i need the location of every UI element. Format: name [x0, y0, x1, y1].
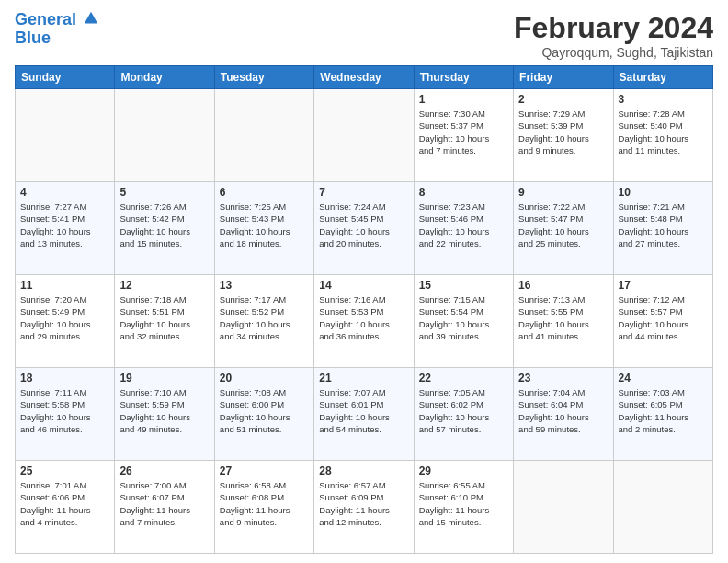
calendar-cell [613, 461, 712, 554]
calendar-cell: 27Sunrise: 6:58 AMSunset: 6:08 PMDayligh… [214, 461, 313, 554]
month-title: February 2024 [514, 11, 713, 45]
day-info: Sunrise: 7:16 AMSunset: 5:53 PMDaylight:… [319, 293, 408, 342]
day-info: Sunrise: 6:55 AMSunset: 6:10 PMDaylight:… [419, 479, 508, 528]
calendar-cell: 14Sunrise: 7:16 AMSunset: 5:53 PMDayligh… [314, 275, 414, 368]
calendar-cell [214, 89, 313, 182]
week-row: 25Sunrise: 7:01 AMSunset: 6:06 PMDayligh… [16, 461, 713, 554]
weekday-header: SundayMondayTuesdayWednesdayThursdayFrid… [16, 66, 713, 89]
page: General Blue February 2024 Qayroqqum, Su… [0, 0, 728, 563]
weekday-monday: Monday [115, 66, 214, 89]
day-number: 12 [119, 279, 209, 292]
day-number: 29 [419, 465, 508, 477]
day-number: 24 [619, 372, 708, 385]
calendar-body: 1Sunrise: 7:30 AMSunset: 5:37 PMDaylight… [16, 89, 713, 554]
weekday-thursday: Thursday [414, 66, 513, 89]
calendar-cell: 6Sunrise: 7:25 AMSunset: 5:43 PMDaylight… [214, 182, 313, 275]
day-number: 19 [119, 372, 209, 385]
day-info: Sunrise: 7:26 AMSunset: 5:42 PMDaylight:… [119, 201, 209, 249]
calendar-cell [514, 461, 613, 554]
day-info: Sunrise: 7:03 AMSunset: 6:05 PMDaylight:… [619, 386, 708, 435]
day-info: Sunrise: 7:10 AMSunset: 5:59 PMDaylight:… [119, 386, 209, 435]
header: General Blue February 2024 Qayroqqum, Su… [15, 11, 713, 60]
weekday-saturday: Saturday [613, 66, 712, 89]
day-info: Sunrise: 7:00 AMSunset: 6:07 PMDaylight:… [119, 479, 209, 528]
weekday-wednesday: Wednesday [314, 66, 414, 89]
day-info: Sunrise: 7:15 AMSunset: 5:54 PMDaylight:… [419, 293, 508, 342]
week-row: 11Sunrise: 7:20 AMSunset: 5:49 PMDayligh… [16, 275, 713, 368]
day-number: 5 [119, 186, 209, 199]
calendar-cell: 29Sunrise: 6:55 AMSunset: 6:10 PMDayligh… [414, 461, 513, 554]
day-number: 15 [419, 279, 508, 292]
calendar-cell: 25Sunrise: 7:01 AMSunset: 6:06 PMDayligh… [16, 461, 115, 554]
day-number: 16 [518, 279, 608, 292]
day-info: Sunrise: 7:22 AMSunset: 5:47 PMDaylight:… [518, 201, 608, 249]
calendar-cell: 8Sunrise: 7:23 AMSunset: 5:46 PMDaylight… [414, 182, 513, 275]
day-info: Sunrise: 7:12 AMSunset: 5:57 PMDaylight:… [619, 293, 708, 342]
day-info: Sunrise: 7:20 AMSunset: 5:49 PMDaylight:… [20, 293, 109, 342]
weekday-tuesday: Tuesday [214, 66, 313, 89]
week-row: 4Sunrise: 7:27 AMSunset: 5:41 PMDaylight… [16, 182, 713, 275]
title-section: February 2024 Qayroqqum, Sughd, Tajikist… [514, 11, 713, 60]
logo-text: General Blue [15, 11, 99, 48]
day-info: Sunrise: 6:57 AMSunset: 6:09 PMDaylight:… [319, 479, 408, 528]
day-info: Sunrise: 7:05 AMSunset: 6:02 PMDaylight:… [419, 386, 508, 435]
calendar-cell: 5Sunrise: 7:26 AMSunset: 5:42 PMDaylight… [115, 182, 214, 275]
day-info: Sunrise: 7:30 AMSunset: 5:37 PMDaylight:… [419, 108, 508, 156]
day-info: Sunrise: 7:23 AMSunset: 5:46 PMDaylight:… [419, 201, 508, 249]
calendar-cell: 21Sunrise: 7:07 AMSunset: 6:01 PMDayligh… [314, 368, 414, 461]
location: Qayroqqum, Sughd, Tajikistan [514, 45, 713, 60]
week-row: 18Sunrise: 7:11 AMSunset: 5:58 PMDayligh… [16, 368, 713, 461]
day-info: Sunrise: 7:25 AMSunset: 5:43 PMDaylight:… [220, 201, 309, 249]
calendar-cell [16, 89, 115, 182]
calendar-cell: 3Sunrise: 7:28 AMSunset: 5:40 PMDaylight… [613, 89, 712, 182]
day-number: 6 [220, 186, 309, 199]
day-number: 2 [518, 93, 608, 106]
day-number: 23 [518, 372, 608, 385]
day-number: 10 [619, 186, 708, 199]
calendar-cell: 2Sunrise: 7:29 AMSunset: 5:39 PMDaylight… [514, 89, 613, 182]
calendar-cell: 13Sunrise: 7:17 AMSunset: 5:52 PMDayligh… [214, 275, 313, 368]
day-info: Sunrise: 6:58 AMSunset: 6:08 PMDaylight:… [220, 479, 309, 528]
calendar-cell: 7Sunrise: 7:24 AMSunset: 5:45 PMDaylight… [314, 182, 414, 275]
calendar-cell: 24Sunrise: 7:03 AMSunset: 6:05 PMDayligh… [613, 368, 712, 461]
logo: General Blue [15, 11, 99, 48]
calendar-cell: 11Sunrise: 7:20 AMSunset: 5:49 PMDayligh… [16, 275, 115, 368]
calendar-cell: 9Sunrise: 7:22 AMSunset: 5:47 PMDaylight… [514, 182, 613, 275]
calendar-cell: 12Sunrise: 7:18 AMSunset: 5:51 PMDayligh… [115, 275, 214, 368]
day-number: 22 [419, 372, 508, 385]
day-info: Sunrise: 7:17 AMSunset: 5:52 PMDaylight:… [220, 293, 309, 342]
day-number: 14 [319, 279, 408, 292]
day-number: 11 [20, 279, 109, 292]
day-number: 20 [220, 372, 309, 385]
day-info: Sunrise: 7:18 AMSunset: 5:51 PMDaylight:… [119, 293, 209, 342]
day-info: Sunrise: 7:13 AMSunset: 5:55 PMDaylight:… [518, 293, 608, 342]
day-number: 9 [518, 186, 608, 199]
calendar-cell: 26Sunrise: 7:00 AMSunset: 6:07 PMDayligh… [115, 461, 214, 554]
calendar-cell [115, 89, 214, 182]
svg-marker-0 [85, 12, 97, 24]
calendar-cell: 4Sunrise: 7:27 AMSunset: 5:41 PMDaylight… [16, 182, 115, 275]
day-number: 18 [20, 372, 109, 385]
calendar-cell: 19Sunrise: 7:10 AMSunset: 5:59 PMDayligh… [115, 368, 214, 461]
weekday-friday: Friday [514, 66, 613, 89]
day-info: Sunrise: 7:04 AMSunset: 6:04 PMDaylight:… [518, 386, 608, 435]
day-number: 25 [20, 465, 109, 477]
day-number: 7 [319, 186, 408, 199]
calendar-cell: 1Sunrise: 7:30 AMSunset: 5:37 PMDaylight… [414, 89, 513, 182]
calendar-cell: 10Sunrise: 7:21 AMSunset: 5:48 PMDayligh… [613, 182, 712, 275]
day-number: 3 [619, 93, 708, 106]
day-number: 13 [220, 279, 309, 292]
day-info: Sunrise: 7:21 AMSunset: 5:48 PMDaylight:… [619, 201, 708, 249]
day-info: Sunrise: 7:29 AMSunset: 5:39 PMDaylight:… [518, 108, 608, 156]
day-info: Sunrise: 7:24 AMSunset: 5:45 PMDaylight:… [319, 201, 408, 249]
day-number: 4 [20, 186, 109, 199]
day-info: Sunrise: 7:28 AMSunset: 5:40 PMDaylight:… [619, 108, 708, 156]
calendar-cell: 15Sunrise: 7:15 AMSunset: 5:54 PMDayligh… [414, 275, 513, 368]
day-number: 27 [220, 465, 309, 477]
calendar-cell: 28Sunrise: 6:57 AMSunset: 6:09 PMDayligh… [314, 461, 414, 554]
calendar: SundayMondayTuesdayWednesdayThursdayFrid… [15, 65, 713, 554]
calendar-cell: 20Sunrise: 7:08 AMSunset: 6:00 PMDayligh… [214, 368, 313, 461]
calendar-cell: 22Sunrise: 7:05 AMSunset: 6:02 PMDayligh… [414, 368, 513, 461]
day-info: Sunrise: 7:11 AMSunset: 5:58 PMDaylight:… [20, 386, 109, 435]
day-info: Sunrise: 7:27 AMSunset: 5:41 PMDaylight:… [20, 201, 109, 249]
